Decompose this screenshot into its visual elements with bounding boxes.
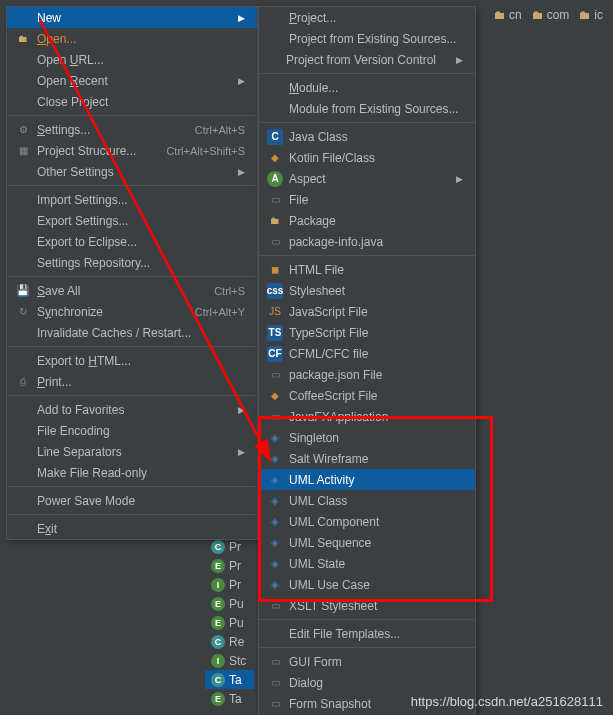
uml-icon: ◈	[267, 493, 283, 509]
menu-item-uml-state[interactable]: ◈UML State	[259, 553, 475, 574]
menu-label: Open URL...	[37, 53, 245, 67]
menu-item-other-settings[interactable]: Other Settings▶	[7, 161, 257, 182]
css-icon: css	[267, 283, 283, 299]
menu-label: Export Settings...	[37, 214, 245, 228]
menu-item-package-info-java[interactable]: ▭package-info.java	[259, 231, 475, 252]
menu-item-export-to-eclipse[interactable]: Export to Eclipse...	[7, 231, 257, 252]
menu-item-aspect[interactable]: AAspect▶	[259, 168, 475, 189]
submenu-arrow-icon: ▶	[456, 174, 463, 184]
menu-label: Settings...	[37, 123, 165, 137]
menu-item-export-to-html[interactable]: Export to HTML...	[7, 350, 257, 371]
tree-row[interactable]: IStc	[205, 651, 254, 670]
blank-icon	[15, 465, 31, 481]
separator	[7, 486, 257, 487]
tree-row[interactable]: CTa	[205, 670, 254, 689]
gear-icon: ⚙	[15, 122, 31, 138]
tree-row[interactable]: ETa	[205, 689, 254, 708]
menu-item-close-project[interactable]: Close Project	[7, 91, 257, 112]
uml-icon: ◈	[267, 556, 283, 572]
menu-item-kotlin-file-class[interactable]: ◆Kotlin File/Class	[259, 147, 475, 168]
menu-item-line-separators[interactable]: Line Separators▶	[7, 441, 257, 462]
menu-item-project-structure[interactable]: ▦Project Structure...Ctrl+Alt+Shift+S	[7, 140, 257, 161]
breadcrumb-item[interactable]: 🖿cn	[494, 8, 522, 22]
tree-row[interactable]: IPr	[205, 575, 254, 594]
menu-item-file-encoding[interactable]: File Encoding	[7, 420, 257, 441]
menu-label: File Encoding	[37, 424, 245, 438]
menu-item-make-file-read-only[interactable]: Make File Read-only	[7, 462, 257, 483]
menu-item-edit-file-templates[interactable]: Edit File Templates...	[259, 623, 475, 644]
menu-item-uml-component[interactable]: ◈UML Component	[259, 511, 475, 532]
menu-item-javafxapplication[interactable]: ▭JavaFXApplication	[259, 406, 475, 427]
menu-item-open-url[interactable]: Open URL...	[7, 49, 257, 70]
menu-item-cfml-cfc-file[interactable]: CFCFML/CFC file	[259, 343, 475, 364]
menu-label: package-info.java	[289, 235, 463, 249]
submenu-arrow-icon: ▶	[238, 76, 245, 86]
tree-row[interactable]: EPu	[205, 594, 254, 613]
file-type-icon: C	[211, 635, 225, 649]
submenu-arrow-icon: ▶	[238, 447, 245, 457]
menu-item-package[interactable]: 🖿Package	[259, 210, 475, 231]
menu-item-power-save-mode[interactable]: Power Save Mode	[7, 490, 257, 511]
menu-item-uml-activity[interactable]: ◈UML Activity	[259, 469, 475, 490]
menu-label: Save All	[37, 284, 184, 298]
menu-item-project[interactable]: Project...	[259, 7, 475, 28]
menu-item-project-from-version-control[interactable]: Project from Version Control▶	[259, 49, 475, 70]
menu-item-project-from-existing-sources[interactable]: Project from Existing Sources...	[259, 28, 475, 49]
separator	[259, 647, 475, 648]
menu-item-synchronize[interactable]: ↻SynchronizeCtrl+Alt+Y	[7, 301, 257, 322]
menu-item-singleton[interactable]: ◈Singleton	[259, 427, 475, 448]
menu-item-java-class[interactable]: CJava Class	[259, 126, 475, 147]
menu-item-dialog[interactable]: ▭Dialog	[259, 672, 475, 693]
breadcrumb-item[interactable]: 🖿ic	[579, 8, 603, 22]
breadcrumb-item[interactable]: 🖿com	[532, 8, 570, 22]
menu-item-coffeescript-file[interactable]: ◆CoffeeScript File	[259, 385, 475, 406]
menu-item-uml-class[interactable]: ◈UML Class	[259, 490, 475, 511]
tree-label: Pu	[229, 597, 244, 611]
menu-item-stylesheet[interactable]: cssStylesheet	[259, 280, 475, 301]
gui-icon: ▭	[267, 654, 283, 670]
menu-item-salt-wireframe[interactable]: ◈Salt Wireframe	[259, 448, 475, 469]
folder-icon: 🖿	[494, 8, 506, 22]
menu-label: Invalidate Caches / Restart...	[37, 326, 245, 340]
menu-item-settings[interactable]: ⚙Settings...Ctrl+Alt+S	[7, 119, 257, 140]
tree-row[interactable]: EPu	[205, 613, 254, 632]
shortcut: Ctrl+S	[214, 285, 245, 297]
menu-item-import-settings[interactable]: Import Settings...	[7, 189, 257, 210]
menu-item-uml-sequence[interactable]: ◈UML Sequence	[259, 532, 475, 553]
menu-item-print[interactable]: ⎙Print...	[7, 371, 257, 392]
tree-row[interactable]: EPr	[205, 556, 254, 575]
menu-label: Add to Favorites	[37, 403, 218, 417]
menu-item-add-to-favorites[interactable]: Add to Favorites▶	[7, 399, 257, 420]
tree-row[interactable]: CRe	[205, 632, 254, 651]
menu-item-exit[interactable]: Exit	[7, 518, 257, 539]
menu-item-new[interactable]: New▶	[7, 7, 257, 28]
menu-item-javascript-file[interactable]: JSJavaScript File	[259, 301, 475, 322]
breadcrumbs: 🖿cn 🖿com 🖿ic	[494, 8, 603, 22]
html-icon: ◼	[267, 262, 283, 278]
separator	[7, 185, 257, 186]
uml-icon: ◈	[267, 535, 283, 551]
menu-item-open[interactable]: 🖿Open...	[7, 28, 257, 49]
menu-label: UML Class	[289, 494, 463, 508]
menu-item-save-all[interactable]: 💾Save AllCtrl+S	[7, 280, 257, 301]
package-icon: 🖿	[267, 213, 283, 229]
submenu-arrow-icon: ▶	[238, 405, 245, 415]
menu-item-uml-use-case[interactable]: ◈UML Use Case	[259, 574, 475, 595]
menu-item-package-json-file[interactable]: ▭package.json File	[259, 364, 475, 385]
tree-label: Ta	[229, 692, 242, 706]
menu-item-invalidate-caches-restart[interactable]: Invalidate Caches / Restart...	[7, 322, 257, 343]
sync-icon: ↻	[15, 304, 31, 320]
blank-icon	[15, 255, 31, 271]
menu-item-open-recent[interactable]: Open Recent▶	[7, 70, 257, 91]
menu-item-module-from-existing-sources[interactable]: Module from Existing Sources...	[259, 98, 475, 119]
menu-item-file[interactable]: ▭File	[259, 189, 475, 210]
shortcut: Ctrl+Alt+S	[195, 124, 245, 136]
menu-item-xslt-stylesheet[interactable]: ▭XSLT Stylesheet	[259, 595, 475, 616]
menu-item-export-settings[interactable]: Export Settings...	[7, 210, 257, 231]
menu-item-settings-repository[interactable]: Settings Repository...	[7, 252, 257, 273]
menu-label: Other Settings	[37, 165, 218, 179]
menu-item-typescript-file[interactable]: TSTypeScript File	[259, 322, 475, 343]
menu-item-html-file[interactable]: ◼HTML File	[259, 259, 475, 280]
menu-item-module[interactable]: Module...	[259, 77, 475, 98]
menu-item-gui-form[interactable]: ▭GUI Form	[259, 651, 475, 672]
